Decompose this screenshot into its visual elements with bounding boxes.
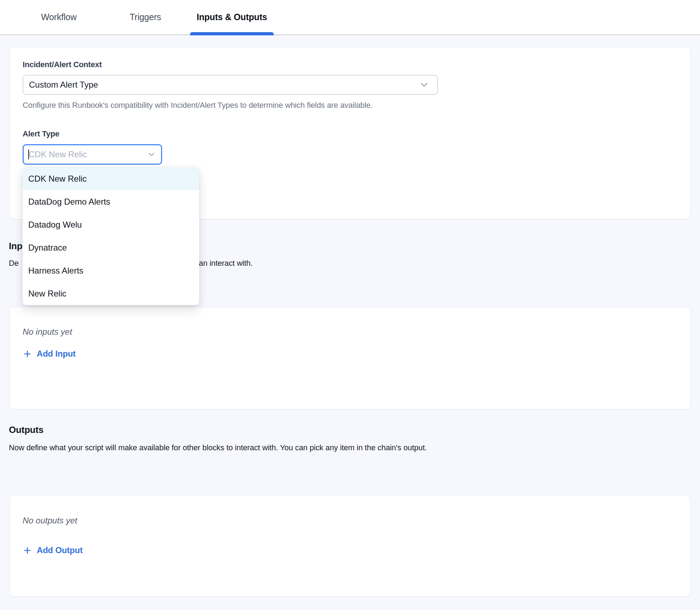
- add-output-button[interactable]: Add Output: [23, 545, 83, 555]
- plus-icon: [23, 349, 32, 359]
- incident-context-select-value: Custom Alert Type: [29, 80, 98, 90]
- incident-context-card: Incident/Alert Context Custom Alert Type…: [10, 47, 690, 219]
- tab-workflow[interactable]: Workflow: [16, 0, 102, 34]
- outputs-card: No outputs yet Add Output: [10, 495, 690, 597]
- active-tab-indicator: [190, 32, 274, 35]
- add-output-label: Add Output: [37, 545, 83, 555]
- tab-bar: Workflow Triggers Inputs & Outputs: [0, 0, 700, 35]
- tabs-nav: Workflow Triggers Inputs & Outputs: [16, 0, 700, 34]
- dropdown-option-dynatrace[interactable]: Dynatrace: [23, 236, 199, 259]
- add-input-button[interactable]: Add Input: [23, 349, 76, 359]
- inputs-empty-text: No inputs yet: [23, 326, 677, 338]
- alert-type-combobox[interactable]: [23, 144, 162, 165]
- dropdown-option-cdk-new-relic[interactable]: CDK New Relic: [23, 167, 199, 190]
- app-root: Workflow Triggers Inputs & Outputs Incid…: [0, 0, 700, 610]
- incident-context-select[interactable]: Custom Alert Type: [23, 75, 438, 95]
- alert-type-dropdown-menu: CDK New Relic DataDog Demo Alerts Datado…: [23, 167, 199, 305]
- incident-context-label: Incident/Alert Context: [23, 59, 677, 70]
- incident-context-helper: Configure this Runbook's compatibility w…: [23, 100, 677, 110]
- dropdown-option-datadog-welu[interactable]: Datadog Welu: [23, 213, 199, 236]
- tab-inputs-outputs[interactable]: Inputs & Outputs: [189, 0, 275, 34]
- tab-triggers-label: Triggers: [130, 12, 161, 22]
- alert-type-label: Alert Type: [23, 129, 677, 139]
- dropdown-option-harness-alerts[interactable]: Harness Alerts: [23, 259, 199, 282]
- alert-type-input[interactable]: [29, 149, 127, 159]
- add-input-label: Add Input: [37, 349, 76, 359]
- tab-triggers[interactable]: Triggers: [102, 0, 189, 34]
- dropdown-option-datadog-demo-alerts[interactable]: DataDog Demo Alerts: [23, 190, 199, 213]
- outputs-empty-text: No outputs yet: [23, 515, 677, 526]
- text-cursor: [28, 149, 29, 159]
- inputs-section-description-fragment-left: De: [9, 258, 19, 269]
- inputs-card: No inputs yet Add Input: [10, 307, 690, 409]
- plus-icon: [23, 546, 32, 555]
- chevron-down-icon: [419, 80, 429, 90]
- tab-workflow-label: Workflow: [41, 12, 77, 22]
- inputs-section-description-fragment-right: an interact with.: [199, 258, 253, 269]
- dropdown-option-new-relic[interactable]: New Relic: [23, 282, 199, 305]
- tab-inputs-outputs-label: Inputs & Outputs: [197, 12, 267, 22]
- outputs-section-description: Now define what your script will make av…: [9, 442, 427, 453]
- outputs-section-heading: Outputs: [9, 424, 43, 435]
- chevron-down-icon: [147, 150, 156, 159]
